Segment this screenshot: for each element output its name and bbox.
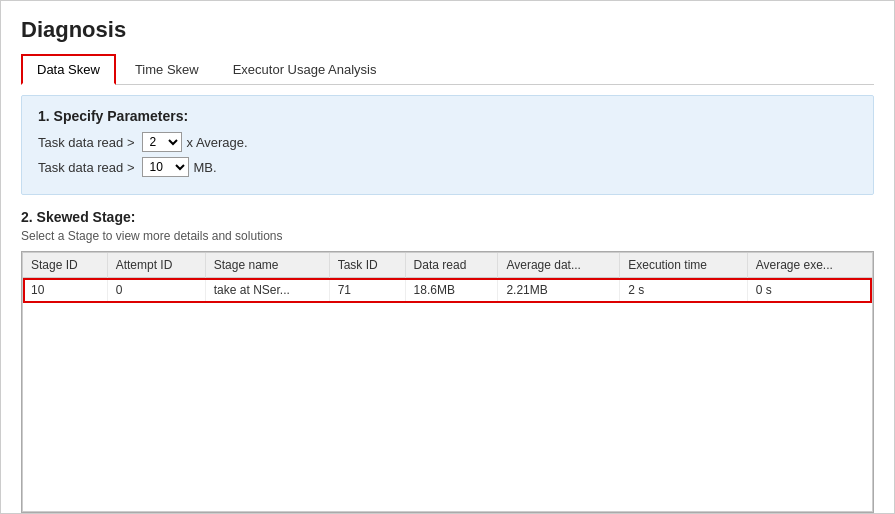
page-container: Diagnosis Data Skew Time Skew Executor U…	[0, 0, 895, 514]
table-row[interactable]: 10 0 take at NSer... 71 18.6MB 2.21MB 2 …	[23, 278, 872, 303]
tabs-bar: Data Skew Time Skew Executor Usage Analy…	[21, 53, 874, 85]
table-header-row: Stage ID Attempt ID Stage name Task ID D…	[23, 253, 872, 278]
col-avg-data: Average dat...	[498, 253, 620, 278]
content-area: 1. Specify Parameters: Task data read > …	[21, 85, 874, 513]
cell-stage-name: take at NSer...	[205, 278, 329, 303]
parameters-section: 1. Specify Parameters: Task data read > …	[21, 95, 874, 195]
tab-time-skew[interactable]: Time Skew	[120, 55, 214, 84]
skewed-table: Stage ID Attempt ID Stage name Task ID D…	[23, 253, 872, 303]
param-row-2: Task data read > 10 20 50 100 MB.	[38, 157, 857, 177]
cell-stage-id: 10	[23, 278, 107, 303]
col-avg-exec: Average exe...	[747, 253, 872, 278]
cell-attempt-id: 0	[107, 278, 205, 303]
cell-avg-data: 2.21MB	[498, 278, 620, 303]
skewed-section: 2. Skewed Stage: Select a Stage to view …	[21, 209, 874, 513]
skewed-subtitle: Select a Stage to view more details and …	[21, 229, 874, 243]
tab-executor-usage[interactable]: Executor Usage Analysis	[218, 55, 392, 84]
param1-suffix: x Average.	[186, 135, 247, 150]
col-task-id: Task ID	[329, 253, 405, 278]
param-row-1: Task data read > 2 3 5 10 x Average.	[38, 132, 857, 152]
table-outer: Stage ID Attempt ID Stage name Task ID D…	[21, 251, 874, 513]
cell-exec-time: 2 s	[620, 278, 747, 303]
page-title: Diagnosis	[21, 17, 874, 43]
param1-select[interactable]: 2 3 5 10	[142, 132, 182, 152]
tab-data-skew[interactable]: Data Skew	[21, 54, 116, 85]
col-data-read: Data read	[405, 253, 498, 278]
col-attempt-id: Attempt ID	[107, 253, 205, 278]
param2-suffix: MB.	[193, 160, 216, 175]
skewed-title: 2. Skewed Stage:	[21, 209, 874, 225]
parameters-title: 1. Specify Parameters:	[38, 108, 857, 124]
param1-prefix: Task data read >	[38, 135, 134, 150]
param2-prefix: Task data read >	[38, 160, 134, 175]
cell-avg-exec: 0 s	[747, 278, 872, 303]
cell-task-id: 71	[329, 278, 405, 303]
param2-select[interactable]: 10 20 50 100	[142, 157, 189, 177]
cell-data-read: 18.6MB	[405, 278, 498, 303]
col-stage-name: Stage name	[205, 253, 329, 278]
table-wrapper[interactable]: Stage ID Attempt ID Stage name Task ID D…	[22, 252, 873, 512]
col-exec-time: Execution time	[620, 253, 747, 278]
col-stage-id: Stage ID	[23, 253, 107, 278]
